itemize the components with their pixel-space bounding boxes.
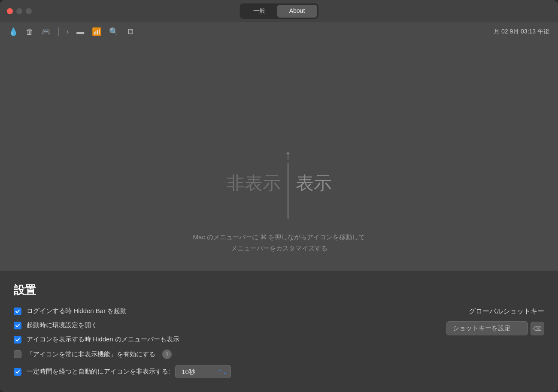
minimize-button[interactable] <box>16 8 22 14</box>
preview-description-line1: Mac のメニューバーに ⌘ を押しながらアイコンを移動して <box>193 232 365 243</box>
divider-vertical-line <box>288 163 288 219</box>
settings-right: グローバルショットキー ショットキーを設定 ⌫ <box>407 307 544 378</box>
main-window: 一般 About 💧 🗑 🎮 › ▬ 📶 🔍 🖥 月 02 9月 03:13 午… <box>0 0 558 392</box>
shortcut-section-title: グローバルショットキー <box>407 307 544 316</box>
settings-title: 設置 <box>14 283 544 298</box>
preview-description: Mac のメニューバーに ⌘ を押しながらアイコンを移動して メニューバーをカス… <box>193 232 365 253</box>
tab-about[interactable]: About <box>277 5 317 18</box>
checkbox-autohide[interactable] <box>14 368 21 376</box>
menubar-divider <box>58 27 59 36</box>
tab-general[interactable]: 一般 <box>241 5 277 18</box>
checkbox-row-login: ログインする時 Hidden Bar を起動 <box>14 307 398 315</box>
checkbox-login-label: ログインする時 Hidden Bar を起動 <box>27 307 127 315</box>
traffic-lights <box>7 8 32 14</box>
preview-description-line2: メニューバーをカスタマイズする <box>193 243 365 254</box>
tab-group: 一般 About <box>240 3 318 19</box>
help-badge[interactable]: ? <box>162 350 172 359</box>
checkbox-row-showmenu: アイコンを表示する時 Hidden のメニューバーも表示 <box>14 335 398 344</box>
menubar-icon-game: 🎮 <box>41 27 51 36</box>
checkbox-row-openprefs: 起動時に環境設定を開く <box>14 321 398 329</box>
checkbox-login[interactable] <box>14 308 21 315</box>
checkbox-openprefs-label: 起動時に環境設定を開く <box>27 321 97 329</box>
close-button[interactable] <box>7 8 13 14</box>
shortcut-clear-button[interactable]: ⌫ <box>531 322 544 335</box>
menubar-preview: 💧 🗑 🎮 › ▬ 📶 🔍 🖥 月 02 9月 03:13 午後 <box>0 22 558 41</box>
shortcut-input[interactable]: ショットキーを設定 <box>446 321 528 335</box>
menubar-icon-display: 🖥 <box>126 27 134 36</box>
timer-select[interactable]: 5秒 10秒 15秒 30秒 60秒 <box>175 365 231 378</box>
shortcut-input-row: ショットキーを設定 ⌫ <box>407 321 544 335</box>
checkbox-openprefs[interactable] <box>14 322 21 329</box>
menubar-icon-trash: 🗑 <box>26 27 33 36</box>
menubar-icon-battery: ▬ <box>76 27 84 36</box>
menubar-icon-search: 🔍 <box>109 27 118 36</box>
menubar-icon-wifi: 📶 <box>92 27 101 36</box>
checkbox-showmenu[interactable] <box>14 336 21 344</box>
menubar-icon-drop: 💧 <box>9 27 18 36</box>
divider-arrow-icon: ↑ <box>285 148 291 162</box>
checkbox-alwayshide[interactable] <box>14 350 21 358</box>
menubar-datetime: 月 02 9月 03:13 午後 <box>494 28 549 36</box>
checkbox-autohide-label: 一定時間を経つと自動的にアイコンを非表示する: <box>27 368 170 376</box>
checkbox-alwayshide-label: 「アイコンを常に非表示機能」を有効にする <box>27 350 155 359</box>
timer-select-wrapper: 5秒 10秒 15秒 30秒 60秒 ⌃⌄ <box>175 365 231 378</box>
preview-divider: ↑ <box>285 148 291 219</box>
preview-label-visible: 表示 <box>296 171 332 195</box>
titlebar: 一般 About <box>0 0 558 22</box>
settings-area: 設置 ログインする時 Hidden Bar を起動 起動時に環境設定を開く <box>0 271 558 392</box>
settings-left: ログインする時 Hidden Bar を起動 起動時に環境設定を開く アイコンを… <box>14 307 398 378</box>
checkbox-showmenu-label: アイコンを表示する時 Hidden のメニューバーも表示 <box>27 335 179 344</box>
preview-area: 非表示 ↑ 表示 Mac のメニューバーに ⌘ を押しながらアイコンを移動して … <box>0 41 558 271</box>
settings-body: ログインする時 Hidden Bar を起動 起動時に環境設定を開く アイコンを… <box>14 307 544 378</box>
maximize-button[interactable] <box>26 8 32 14</box>
menubar-icon-chevron: › <box>67 28 69 36</box>
checkbox-row-alwayshide: 「アイコンを常に非表示機能」を有効にする ? <box>14 350 398 359</box>
preview-diagram: 非表示 ↑ 表示 <box>227 148 332 219</box>
preview-label-hidden: 非表示 <box>227 171 281 195</box>
checkbox-row-autohide: 一定時間を経つと自動的にアイコンを非表示する: 5秒 10秒 15秒 30秒 6… <box>14 365 398 378</box>
